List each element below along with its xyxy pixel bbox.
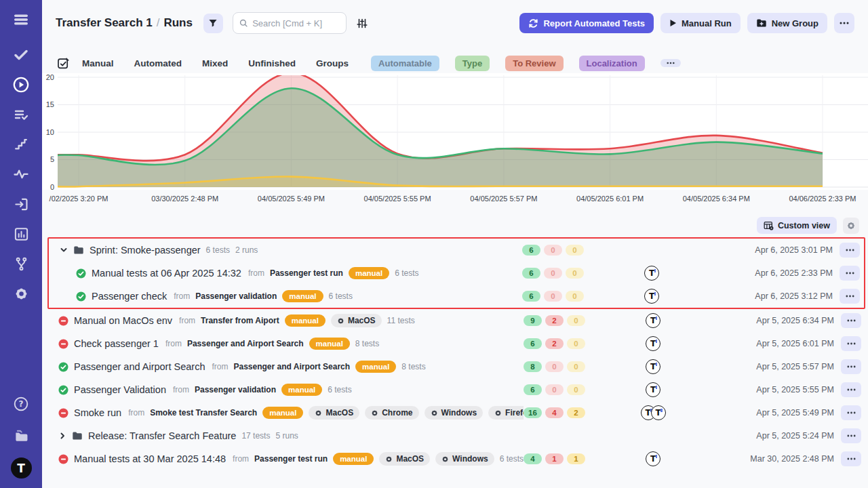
row-more-button[interactable] — [840, 243, 860, 258]
pulse-icon[interactable] — [12, 165, 30, 183]
table-row[interactable]: Release: Transfer Search Feature17 tests… — [47, 424, 865, 447]
run-name[interactable]: Passenger Validation — [74, 384, 166, 395]
run-time: Apr 5, 2025 5:57 PM — [707, 362, 834, 371]
stat-skipped: 2 — [567, 407, 585, 418]
avatar: T — [646, 451, 660, 466]
from-label: from — [173, 385, 189, 394]
status-passed-icon — [76, 291, 86, 302]
run-name[interactable]: Manual tests at 06 Apr 2025 14:32 — [92, 268, 241, 279]
tab-unfinished[interactable]: Unfinished — [248, 58, 296, 68]
stat-skipped: 0 — [567, 315, 585, 326]
table-row[interactable]: Manual tests at 06 Apr 2025 14:32fromPas… — [49, 262, 864, 285]
row-more-button[interactable] — [840, 289, 860, 304]
tab-mixed[interactable]: Mixed — [202, 58, 228, 68]
table-row[interactable]: Smoke runfromSmoke test Transfer Searchm… — [47, 401, 865, 424]
tab-manual[interactable]: Manual — [82, 58, 114, 68]
table-row[interactable]: Passenger ValidationfromPassenger valida… — [47, 378, 865, 401]
test-plans-icon[interactable] — [12, 106, 30, 123]
logo[interactable]: T — [11, 458, 32, 479]
analytics-icon[interactable] — [12, 225, 30, 243]
row-more-button[interactable] — [841, 405, 861, 420]
gear-icon — [441, 455, 449, 463]
source-name: Passenger test run — [270, 268, 343, 278]
tab-groups[interactable]: Groups — [316, 58, 349, 68]
tests-count: 6 tests — [329, 291, 353, 301]
stat-skipped: 0 — [567, 338, 585, 349]
run-name[interactable]: Smoke run — [74, 407, 121, 418]
search-input[interactable] — [252, 18, 340, 28]
row-more-button[interactable] — [841, 451, 861, 466]
run-name[interactable]: Manual tests at 30 Mar 2025 14:48 — [74, 453, 226, 464]
row-more-button[interactable] — [841, 313, 861, 328]
manual-badge: manual — [262, 407, 303, 419]
view-settings-button[interactable] — [843, 218, 859, 234]
tab-automated[interactable]: Automated — [134, 58, 182, 68]
row-more-button[interactable] — [840, 266, 860, 281]
ellipsis-icon — [667, 62, 675, 64]
row-more-button[interactable] — [841, 382, 861, 397]
select-runs-icon[interactable] — [57, 57, 70, 70]
breadcrumb-project[interactable]: Transfer Search 1 — [56, 16, 153, 29]
settings-icon[interactable] — [12, 285, 30, 302]
stat-failed: 0 — [544, 268, 562, 279]
table-row[interactable]: Passenger checkfromPassenger validationm… — [49, 285, 864, 308]
avatar: T — [651, 405, 666, 420]
table-row[interactable]: Manual on MacOs envfromTransfer from Aip… — [47, 309, 865, 332]
manual-badge: manual — [282, 290, 323, 302]
from-label: from — [128, 408, 144, 418]
group-name[interactable]: Sprint: Smoke-passenger — [90, 245, 201, 256]
table-row[interactable]: Manual tests at 30 Mar 2025 14:48fromPas… — [47, 447, 865, 470]
sync-icon — [528, 18, 538, 28]
filter-tag[interactable]: To Review — [505, 56, 563, 71]
sidebar: ? T — [0, 0, 42, 488]
status-passed-icon — [76, 268, 86, 279]
chevron-down-icon[interactable] — [60, 246, 68, 254]
table-row[interactable]: Sprint: Smoke-passenger6 tests2 runs600A… — [49, 239, 864, 262]
manual-run-button[interactable]: Manual Run — [660, 13, 741, 33]
row-more-button[interactable] — [841, 359, 861, 374]
page-header: Transfer Search 1/Runs Report Automated … — [42, 0, 868, 46]
run-name[interactable]: Passenger and Airport Search — [74, 361, 205, 372]
group-name[interactable]: Release: Transfer Search Feature — [88, 430, 236, 441]
projects-icon[interactable] — [12, 426, 30, 444]
runs-icon[interactable] — [12, 76, 30, 94]
table-row[interactable]: Check passenger 1fromPassenger and Airpo… — [47, 332, 865, 355]
tests-count: 6 tests — [206, 245, 230, 255]
view-options-icon[interactable] — [353, 14, 371, 32]
report-automated-tests-button[interactable]: Report Automated Tests — [519, 13, 654, 33]
gear-icon — [337, 317, 344, 325]
help-icon[interactable]: ? — [12, 395, 30, 413]
milestones-icon[interactable] — [12, 136, 30, 153]
ellipsis-icon — [847, 458, 856, 460]
menu-icon[interactable] — [12, 11, 30, 28]
chevron-right-icon[interactable] — [58, 432, 66, 440]
integrations-icon[interactable] — [12, 255, 30, 272]
new-group-button[interactable]: New Group — [747, 13, 827, 33]
tasks-icon[interactable] — [12, 46, 30, 64]
status-passed-icon — [58, 362, 68, 372]
stat-failed: 0 — [545, 361, 564, 372]
row-more-button[interactable] — [841, 336, 861, 351]
header-more-button[interactable] — [834, 13, 854, 33]
imports-icon[interactable] — [12, 195, 30, 213]
gear-icon — [315, 409, 322, 417]
row-more-button[interactable] — [841, 428, 861, 443]
from-label: from — [174, 291, 190, 301]
filter-tag[interactable]: Type — [455, 56, 490, 71]
stat-skipped: 0 — [566, 268, 584, 279]
run-name[interactable]: Check passenger 1 — [74, 338, 159, 349]
table-row[interactable]: Passenger and Airport SearchfromPassenge… — [47, 355, 865, 378]
gear-icon — [385, 455, 393, 463]
run-name[interactable]: Passenger check — [92, 291, 167, 302]
x-tick-label: 04/05/2025 6:01 PM — [576, 195, 644, 203]
run-name[interactable]: Manual on MacOs env — [74, 315, 172, 326]
filter-tag[interactable]: Automatable — [371, 56, 439, 71]
filter-tag[interactable]: Localization — [579, 56, 645, 71]
filter-button[interactable] — [203, 14, 223, 33]
tests-count: 6 tests — [395, 268, 418, 278]
runs-count: 5 runs — [275, 431, 298, 441]
table-gear-icon — [764, 221, 774, 230]
filter-row: ManualAutomatedMixedUnfinishedGroups Aut… — [57, 54, 854, 73]
custom-view-button[interactable]: Custom view — [757, 217, 837, 234]
tags-more-button[interactable] — [660, 59, 681, 67]
